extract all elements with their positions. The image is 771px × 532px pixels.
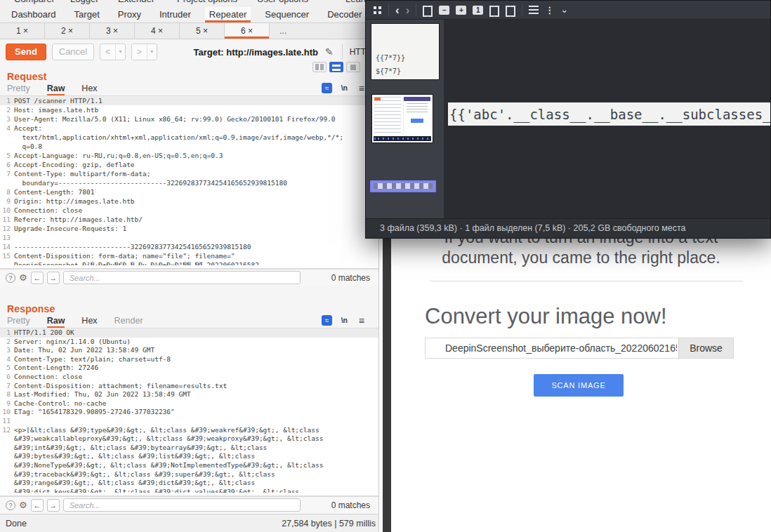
image-viewer-window: ‹ › − + 1 ⋮ ⌄ {{7*7}}${7*7}<%= 7*7 %>${{…	[365, 0, 771, 239]
file-input[interactable]: DeepinScreenshot_выберите-область_202206…	[425, 338, 734, 359]
response-search-input[interactable]	[63, 498, 301, 512]
burp-top-tab[interactable]: Logger	[70, 0, 98, 4]
response-view-tab[interactable]: Hex	[81, 315, 97, 328]
burp-main-tab[interactable]: Decoder	[327, 7, 362, 22]
help-icon[interactable]: ?	[6, 500, 15, 510]
chevron-down-icon[interactable]: ▾	[115, 44, 125, 60]
send-button[interactable]: Send	[6, 44, 46, 60]
target-url-label: Target: http://images.late.htb	[194, 47, 318, 58]
newline-toggle-icon[interactable]: \n	[341, 316, 348, 324]
zoom-actual-size-icon[interactable]: 1	[473, 6, 483, 15]
line-number	[0, 260, 14, 265]
line-number: 1	[0, 96, 14, 105]
arrow-right-icon[interactable]: →	[47, 499, 60, 512]
payload-image-thumbnail[interactable]: {{7*7}}${7*7}<%= 7*7 %>${{7*7}}	[371, 23, 440, 80]
editor-menu-icon[interactable]: ≡	[359, 83, 364, 94]
list-view-icon[interactable]	[529, 6, 539, 15]
pretty-print-icon[interactable]: ≈	[322, 315, 332, 326]
rows-layout-button[interactable]	[329, 62, 343, 72]
burp-top-tab[interactable]: Comparer	[14, 0, 55, 4]
repeater-tab[interactable]: ...	[270, 23, 296, 39]
chevron-down-icon[interactable]: ▾	[147, 44, 157, 60]
code-line: 13	[0, 233, 378, 242]
line-number: 12	[0, 224, 14, 233]
zoom-in-icon[interactable]: +	[456, 6, 466, 15]
pretty-print-icon[interactable]: ≈	[322, 83, 332, 93]
line-number: 15	[0, 251, 14, 260]
response-editor[interactable]: 1 HTTP/1.1 200 OK 2 Server: nginx/1.14.0…	[0, 328, 378, 496]
line-number: 3	[0, 346, 14, 355]
repeater-tab[interactable]: 4 ×	[135, 23, 180, 39]
selected-strip-thumbnail[interactable]	[370, 180, 436, 192]
burp-main-tab[interactable]: Sequencer	[265, 7, 309, 22]
gear-icon[interactable]: ⚙	[19, 272, 27, 283]
forward-icon[interactable]: ›	[406, 1, 410, 20]
burp-top-tab[interactable]: User options	[257, 0, 308, 4]
overflow-menu-icon[interactable]: ⋮	[545, 1, 554, 20]
fit-window-icon[interactable]	[423, 6, 433, 14]
single-layout-button[interactable]	[346, 62, 360, 72]
repeater-tab[interactable]: 6 ×	[225, 23, 270, 39]
burp-main-tab[interactable]: Proxy	[118, 7, 141, 22]
fit-height-icon[interactable]	[506, 6, 515, 14]
line-number: 9	[0, 399, 14, 408]
burp-main-tab[interactable]: Intruder	[159, 7, 191, 22]
repeater-toolbar: Send Cancel < ▾ > ▾ Target: http://image…	[0, 39, 378, 65]
response-view-tab[interactable]: Pretty	[7, 315, 30, 328]
line-text: Upgrade-Insecure-Requests: 1	[14, 224, 126, 233]
help-icon[interactable]: ?	[6, 273, 15, 283]
line-number	[0, 444, 14, 453]
line-number: 7	[0, 169, 14, 178]
repeater-tab[interactable]: 2 ×	[45, 23, 90, 39]
request-view-tab[interactable]: Hex	[81, 83, 97, 95]
back-icon[interactable]: ‹	[395, 1, 400, 20]
arrow-left-icon[interactable]: ←	[31, 272, 44, 284]
gear-icon[interactable]: ⚙	[19, 500, 27, 510]
burp-main-tab[interactable]: Dashboard	[11, 7, 56, 22]
burp-main-tab[interactable]: Repeater	[205, 7, 251, 22]
zoom-out-icon[interactable]: −	[439, 6, 449, 15]
line-number: 11	[0, 215, 14, 224]
file-input-value: DeepinScreenshot_выберите-область_202206…	[445, 338, 677, 358]
request-view-tab[interactable]: Pretty	[7, 83, 30, 95]
repeater-tab[interactable]: 3 ×	[90, 23, 135, 39]
burp-main-tab[interactable]: Target	[74, 7, 100, 22]
line-text: Origin: http://images.late.htb	[14, 197, 135, 206]
code-line: text/html,application/xhtml+xml,applicat…	[0, 133, 378, 142]
burp-top-tab[interactable]: Extender	[118, 0, 154, 4]
status-done: Done	[0, 519, 27, 528]
arrow-left-icon[interactable]: ←	[31, 499, 44, 512]
line-text: Connection: close	[14, 373, 82, 382]
scan-image-button[interactable]: SCAN IMAGE	[534, 374, 624, 397]
history-back-button[interactable]: < ▾	[100, 44, 126, 60]
line-number: 10	[0, 206, 14, 215]
browse-button[interactable]: Browse	[678, 338, 733, 358]
grid-view-icon[interactable]	[374, 6, 376, 9]
image-preview-strip[interactable]: {{'abc'.__class__.__base__.__subclasses_…	[448, 102, 770, 126]
line-number: 2	[0, 338, 14, 347]
fit-width-icon[interactable]	[489, 6, 499, 14]
editor-menu-icon[interactable]: ≡	[359, 315, 364, 326]
newline-toggle-icon[interactable]: \n	[341, 84, 348, 92]
history-forward-button[interactable]: > ▾	[131, 44, 157, 60]
code-line: q=0.8	[0, 142, 378, 151]
response-view-tab[interactable]: Raw	[47, 315, 65, 328]
columns-layout-button[interactable]	[312, 62, 327, 72]
line-text: text/html,application/xhtml+xml,applicat…	[14, 133, 343, 142]
screenshot-thumbnail[interactable]	[371, 94, 433, 143]
burp-top-tab[interactable]: Project options	[177, 0, 237, 4]
line-text: HTTP/1.1 200 OK	[14, 328, 74, 338]
line-text: Connection: close	[14, 206, 82, 215]
repeater-tab[interactable]: 1 ×	[0, 23, 45, 39]
request-search-input[interactable]	[63, 271, 301, 284]
arrow-right-icon[interactable]: →	[47, 272, 60, 284]
line-text: boundary=---------------------------3226…	[14, 178, 287, 187]
cancel-button[interactable]: Cancel	[52, 44, 94, 60]
request-editor[interactable]: 1 POST /scanner HTTP/1.1 2 Host: images.…	[0, 95, 378, 269]
collapse-icon[interactable]: ⌄	[560, 1, 568, 18]
response-panel: Response PrettyRawHexRender ≈ \n ≡ 1 HTT…	[0, 300, 378, 514]
request-view-tab[interactable]: Raw	[47, 83, 65, 95]
response-view-tab[interactable]: Render	[114, 315, 143, 328]
repeater-tab[interactable]: 5 ×	[180, 23, 225, 39]
pencil-icon[interactable]: ✎	[325, 46, 334, 58]
